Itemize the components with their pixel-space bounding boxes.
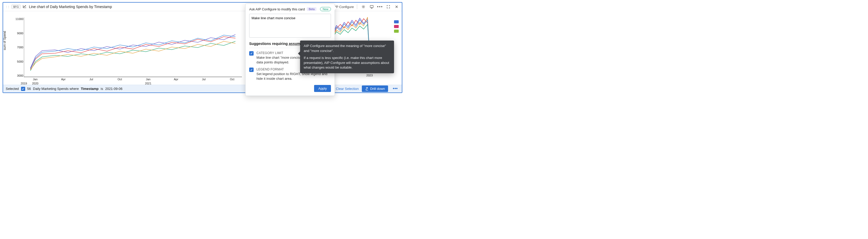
footer-more-icon[interactable]: •••	[391, 86, 399, 91]
suggestion-checkbox[interactable]	[249, 67, 254, 72]
selection-value: 2021-09-06	[105, 87, 123, 91]
drill-down-button[interactable]: Drill down	[362, 86, 388, 92]
chart-plot-area[interactable]	[24, 18, 242, 77]
svg-rect-2	[370, 5, 373, 7]
aip-input[interactable]	[249, 14, 331, 38]
assumption-tooltip: AIP Configure assumed the meaning of "mo…	[300, 40, 394, 73]
selection-object: Daily Marketing Spends where	[33, 87, 79, 91]
selection-count: 56	[27, 87, 31, 91]
aip-prompt-label: Ask AIP Configure to modify this card	[249, 7, 305, 11]
y-axis-label: sum of Spend	[3, 31, 6, 50]
legend-swatch	[394, 30, 399, 33]
beta-badge: Beta	[307, 7, 316, 11]
line-chart-icon	[23, 4, 27, 9]
suggestion-checkbox[interactable]	[249, 51, 254, 56]
selection-footer: Selected 56 Daily Marketing Spends where…	[3, 85, 402, 92]
legend-swatch	[394, 20, 399, 23]
selection-is: is	[101, 87, 103, 91]
y-axis-ticks: 11000 9000 7000 5000 3000	[13, 18, 23, 77]
gear-icon[interactable]	[360, 4, 367, 10]
card-header: ⋮⋮ $FG Line chart of Daily Marketing Spe…	[3, 3, 402, 11]
clear-selection-link[interactable]: Clear Selection	[336, 87, 359, 91]
expand-icon[interactable]	[385, 4, 392, 10]
main-chart[interactable]: sum of Spend 11000 9000 7000 5000 3000	[3, 11, 245, 88]
apply-button[interactable]: Apply	[314, 85, 331, 92]
svg-point-1	[363, 6, 364, 7]
presentation-icon[interactable]	[369, 4, 375, 10]
selection-icon	[21, 87, 25, 91]
more-icon[interactable]: •••	[377, 4, 383, 10]
x-axis-ticks: Jan Apr Jul Oct Jan Apr Jul Oct	[24, 78, 242, 81]
close-icon[interactable]	[394, 4, 400, 10]
card-title: Line chart of Daily Marketing Spends by …	[29, 5, 112, 9]
drag-handle-icon[interactable]: ⋮⋮	[5, 5, 9, 8]
function-group-pill[interactable]: $FG	[11, 5, 21, 9]
selection-field: Timestamp	[81, 87, 98, 91]
new-badge: New	[320, 7, 331, 11]
legend-swatch	[394, 25, 399, 28]
legend	[394, 20, 399, 33]
selected-label: Selected	[6, 87, 19, 91]
